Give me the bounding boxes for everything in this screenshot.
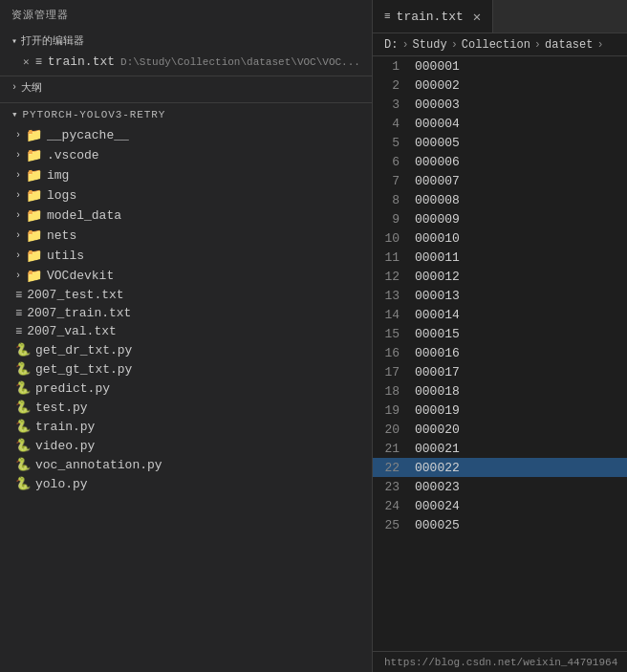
line-number: 23 (373, 480, 411, 494)
editor-line[interactable]: 8 000008 (373, 190, 627, 209)
folder-icon: 📁 (26, 268, 42, 284)
sidebar-folder-item[interactable]: › 📁 __pycache__ (0, 125, 372, 145)
line-content: 000001 (411, 59, 460, 74)
tab-filename: train.txt (397, 10, 464, 24)
sidebar-txt-file[interactable]: ≡ 2007_val.txt (0, 322, 372, 340)
editor-line[interactable]: 24 000024 (373, 496, 627, 515)
editor-line[interactable]: 10 000010 (373, 228, 627, 248)
editor-line[interactable]: 9 000009 (373, 209, 627, 228)
file-txt-icon: ≡ (35, 55, 42, 69)
editor-line[interactable]: 12 000012 (373, 267, 627, 286)
editor-line[interactable]: 5 000005 (373, 133, 627, 152)
editor-line[interactable]: 22 000022 (373, 458, 627, 477)
sidebar-py-file[interactable]: 🐍 video.py (0, 436, 372, 455)
editor-line[interactable]: 25 000025 (373, 515, 627, 534)
close-icon[interactable]: ✕ (23, 55, 30, 68)
line-number: 22 (373, 461, 411, 475)
line-number: 12 (373, 270, 411, 284)
line-content: 000002 (411, 78, 460, 93)
editor-line[interactable]: 4 000004 (373, 114, 627, 133)
py-filename: train.py (35, 420, 95, 434)
folder-arrow: › (15, 130, 21, 141)
editor-tab[interactable]: ≡ train.txt ✕ (373, 0, 493, 33)
editor-line[interactable]: 7 000007 (373, 171, 627, 190)
line-number: 5 (373, 136, 411, 150)
line-content: 000011 (411, 250, 460, 265)
editor-line[interactable]: 19 000019 (373, 401, 627, 420)
editor-line[interactable]: 16 000016 (373, 343, 627, 362)
editor-line[interactable]: 21 000021 (373, 439, 627, 458)
editor-line[interactable]: 15 000015 (373, 324, 627, 343)
editor-line[interactable]: 13 000013 (373, 286, 627, 305)
folder-name: model_data (47, 208, 121, 223)
open-editors-label[interactable]: ▾ 打开的编辑器 (0, 30, 372, 52)
watermark-text: https://blog.csdn.net/weixin_44791964 (384, 657, 617, 668)
editor-line[interactable]: 14 000014 (373, 305, 627, 324)
sidebar-folder-item[interactable]: › 📁 nets (0, 226, 372, 246)
sidebar-py-file[interactable]: 🐍 voc_annotation.py (0, 455, 372, 474)
editor-line[interactable]: 17 000017 (373, 362, 627, 381)
folder-name: nets (47, 228, 76, 243)
editor-line[interactable]: 6 000006 (373, 152, 627, 171)
sidebar-txt-file[interactable]: ≡ 2007_train.txt (0, 304, 372, 322)
sidebar-py-file[interactable]: 🐍 train.py (0, 417, 372, 436)
open-editors-arrow: ▾ (11, 35, 17, 47)
sidebar-py-file[interactable]: 🐍 get_dr_txt.py (0, 340, 372, 359)
breadcrumb-study: Study (413, 38, 447, 52)
sidebar-folder-item[interactable]: › 📁 logs (0, 185, 372, 206)
py-filename: yolo.py (35, 477, 88, 491)
breadcrumb-d: D: (384, 38, 398, 52)
sidebar-txt-file[interactable]: ≡ 2007_test.txt (0, 286, 372, 304)
project-root-label[interactable]: ▾ PYTORCH-YOLOV3-RETRY (0, 103, 372, 125)
py-file-icon: 🐍 (15, 419, 31, 434)
sidebar-py-file[interactable]: 🐍 test.py (0, 398, 372, 417)
editor-line[interactable]: 2 000002 (373, 76, 627, 95)
txt-file-icon: ≡ (15, 325, 22, 338)
line-number: 25 (373, 518, 411, 532)
folder-arrow: › (15, 210, 21, 221)
line-number: 6 (373, 155, 411, 169)
open-editor-item[interactable]: ✕ ≡ train.txt D:\Study\Collection\datase… (0, 52, 372, 72)
sidebar-folder-item[interactable]: › 📁 img (0, 165, 372, 185)
sidebar-py-file[interactable]: 🐍 get_gt_txt.py (0, 359, 372, 379)
py-file-icon: 🐍 (15, 476, 31, 491)
editor-line[interactable]: 23 000023 (373, 477, 627, 496)
sidebar-folder-item[interactable]: › 📁 utils (0, 246, 372, 266)
line-number: 7 (373, 174, 411, 188)
outline-label[interactable]: › 大纲 (0, 76, 372, 98)
folder-icon: 📁 (26, 187, 42, 204)
editor-area: ≡ train.txt ✕ D: › Study › Collection › … (373, 0, 627, 672)
editor-line[interactable]: 3 000003 (373, 95, 627, 114)
line-content: 000008 (411, 193, 460, 207)
sidebar-folder-item[interactable]: › 📁 VOCdevkit (0, 266, 372, 286)
open-file-path: D:\Study\Collection\dataset\VOC\VOC... (120, 56, 360, 68)
line-content: 000009 (411, 212, 460, 227)
line-content: 000007 (411, 174, 460, 188)
line-number: 21 (373, 442, 411, 456)
py-file-icon: 🐍 (15, 400, 31, 415)
sidebar-folder-item[interactable]: › 📁 model_data (0, 206, 372, 226)
line-content: 000010 (411, 231, 460, 246)
py-filename: video.py (35, 439, 95, 453)
py-file-icon: 🐍 (15, 361, 31, 377)
line-content: 000020 (411, 423, 460, 437)
editor-line[interactable]: 1 000001 (373, 56, 627, 76)
py-filename: predict.py (35, 381, 110, 396)
line-content: 000022 (411, 461, 460, 475)
editor-line[interactable]: 18 000018 (373, 381, 627, 401)
editor-line[interactable]: 11 000011 (373, 248, 627, 267)
folder-name: logs (47, 188, 76, 203)
tab-close-icon[interactable]: ✕ (473, 9, 481, 25)
sidebar-py-file[interactable]: 🐍 predict.py (0, 379, 372, 398)
open-editors-section: ▾ 打开的编辑器 ✕ ≡ train.txt D:\Study\Collecti… (0, 30, 372, 76)
status-bar: https://blog.csdn.net/weixin_44791964 (373, 651, 627, 672)
folder-arrow: › (15, 170, 21, 181)
line-content: 000005 (411, 136, 460, 150)
line-number: 11 (373, 250, 411, 265)
editor-line[interactable]: 20 000020 (373, 420, 627, 439)
line-number: 18 (373, 384, 411, 399)
line-content: 000023 (411, 480, 460, 494)
tab-bar: ≡ train.txt ✕ (373, 0, 627, 33)
sidebar-folder-item[interactable]: › 📁 .vscode (0, 145, 372, 165)
sidebar-py-file[interactable]: 🐍 yolo.py (0, 474, 372, 493)
